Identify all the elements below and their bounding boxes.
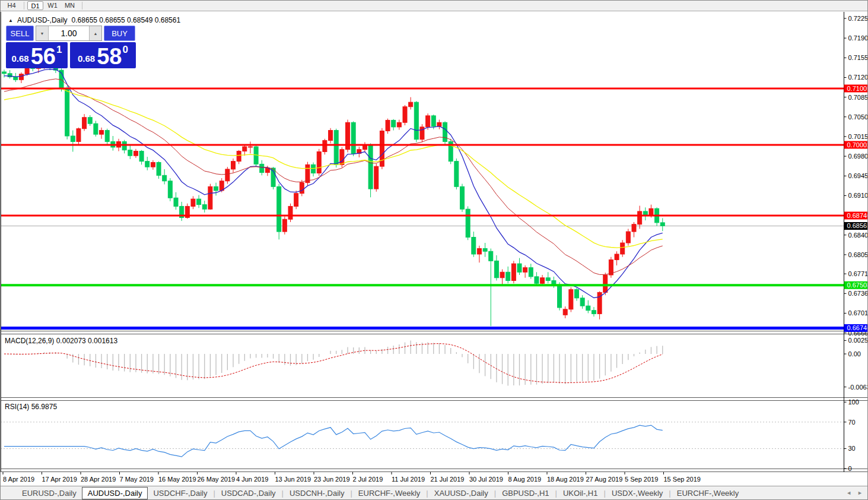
date-axis-label: 5 Sep 2019 bbox=[625, 476, 658, 483]
date-axis-label: 18 Aug 2019 bbox=[547, 476, 584, 483]
timeframe-button-d1[interactable]: D1 bbox=[27, 1, 43, 10]
axis-tick-label: -0.006326 bbox=[848, 384, 868, 391]
date-axis-label: 13 Jun 2019 bbox=[275, 476, 311, 483]
date-axis-label: 7 May 2019 bbox=[120, 476, 154, 483]
axis-tick-label: 0.70850 bbox=[848, 94, 868, 101]
buy-button[interactable]: BUY bbox=[104, 26, 135, 41]
axis-tick-label: 0.71200 bbox=[848, 74, 868, 81]
trading-platform-window: H4D1W1MN 0.722500.719000.715500.712000.7… bbox=[0, 0, 868, 500]
symbol-tab-usdx-weekly[interactable]: USDX-,Weekly bbox=[606, 488, 668, 499]
volume-input[interactable]: 1.00 bbox=[49, 26, 89, 40]
symbol-tab-xauusd-daily[interactable]: XAUUSD-,Daily bbox=[429, 488, 494, 499]
price-label-text: 0.68746 bbox=[847, 212, 868, 219]
symbol-tab-gbpusd-h1[interactable]: GBPUSD-,H1 bbox=[497, 488, 554, 499]
axis-tick-label: 0.67010 bbox=[848, 309, 868, 317]
timeframe-button-h4[interactable]: H4 bbox=[4, 1, 20, 10]
price-label-text: 0.66746 bbox=[847, 324, 868, 331]
macd-indicator-label: MACD(12,26,9) 0.002073 0.001613 bbox=[5, 337, 117, 345]
symbol-tab-eurchf-weekly[interactable]: EURCHF-,Weekly bbox=[672, 488, 745, 499]
axis-tick-label: 0.71900 bbox=[848, 34, 868, 42]
buy-price-display[interactable]: 0.68 58 0 bbox=[70, 42, 136, 68]
tab-scroll-right-icon[interactable]: ► bbox=[857, 490, 863, 496]
toolbar-separator bbox=[82, 2, 82, 10]
axis-tick-label: 0.70150 bbox=[848, 133, 868, 140]
axis-tick-label: 0.69450 bbox=[848, 172, 868, 179]
chart-symbol-header: ▲ AUDUSD-,Daily 0.68655 0.68655 0.68549 … bbox=[8, 16, 180, 24]
buy-price-big: 58 bbox=[97, 48, 122, 66]
volume-decrease-icon[interactable]: ▼ bbox=[36, 26, 49, 40]
axis-tick-label: 0.69100 bbox=[848, 192, 868, 199]
axis-tick-label: 100 bbox=[848, 398, 859, 406]
date-axis-label: 4 Jun 2019 bbox=[236, 476, 268, 483]
axis-tick-label: 0.67710 bbox=[848, 270, 868, 277]
tab-scroll-left-icon[interactable]: ◄ bbox=[846, 490, 851, 496]
price-label-text: 0.70002 bbox=[847, 141, 868, 148]
symbol-tab-eurusd-daily[interactable]: EURUSD-,Daily bbox=[17, 488, 82, 499]
axis-tick-label: 0.70500 bbox=[848, 113, 868, 121]
date-axis-label: 8 Aug 2019 bbox=[508, 476, 542, 483]
volume-spinner: ▼ 1.00 ▲ bbox=[36, 26, 102, 41]
toolbar-separator bbox=[24, 2, 24, 10]
price-label-text: 0.67508 bbox=[847, 281, 868, 289]
date-axis-label: 30 Jul 2019 bbox=[469, 476, 503, 483]
axis-tick-label: 0.69800 bbox=[848, 153, 868, 160]
axis-tick-label: 70 bbox=[848, 419, 856, 426]
axis-tick-label: 0.68050 bbox=[848, 251, 868, 258]
axis-tick-label: 0.72250 bbox=[848, 15, 868, 22]
date-axis-label: 17 Apr 2019 bbox=[42, 476, 77, 483]
symbol-tab-usdcnh-daily[interactable]: USDCNH-,Daily bbox=[284, 488, 349, 499]
collapse-panel-icon[interactable]: ▲ bbox=[8, 18, 13, 23]
axis-tick-label: 0.71550 bbox=[848, 54, 868, 61]
symbol-tab-usdchf-daily[interactable]: USDCHF-,Daily bbox=[148, 488, 212, 499]
sell-price-prefix: 0.68 bbox=[12, 53, 29, 64]
date-axis-label: 16 May 2019 bbox=[158, 476, 196, 483]
date-axis-label: 11 Jul 2019 bbox=[392, 476, 425, 483]
sell-price-pip: 1 bbox=[56, 44, 62, 56]
price-label-text: 0.68561 bbox=[847, 222, 868, 229]
buy-price-pip: 0 bbox=[123, 44, 128, 56]
volume-increase-icon[interactable]: ▲ bbox=[89, 26, 101, 40]
timeframe-button-w1[interactable]: W1 bbox=[44, 1, 61, 10]
axis-tick-label: 0.00 bbox=[848, 350, 861, 357]
date-axis-label: 28 Apr 2019 bbox=[81, 476, 116, 483]
symbol-tabbar: EURUSD-,DailyAUDUSD-,DailyUSDCHF-,Daily|… bbox=[1, 486, 868, 499]
symbol-tab-audusd-daily[interactable]: AUDUSD-,Daily bbox=[82, 487, 148, 499]
buy-price-prefix: 0.68 bbox=[78, 53, 95, 64]
axis-tick-label: 0.67360 bbox=[848, 290, 868, 297]
axis-tick-label: 30 bbox=[848, 445, 856, 452]
date-axis-label: 21 Jul 2019 bbox=[431, 476, 465, 483]
axis-tick-label: 0 bbox=[848, 465, 852, 472]
sell-price-big: 56 bbox=[31, 48, 56, 66]
chart-symbol-label: AUDUSD-,Daily bbox=[17, 16, 68, 24]
sell-button[interactable]: SELL bbox=[6, 26, 34, 41]
symbol-tab-usdcad-daily[interactable]: USDCAD-,Daily bbox=[216, 488, 281, 499]
date-axis-label: 8 Apr 2019 bbox=[3, 476, 34, 483]
date-axis-label: 23 Jun 2019 bbox=[314, 476, 350, 483]
timeframe-button-mn[interactable]: MN bbox=[62, 1, 78, 10]
date-axis-label: 27 Aug 2019 bbox=[586, 476, 623, 483]
symbol-tab-eurchf-weekly[interactable]: EURCHF-,Weekly bbox=[353, 488, 426, 499]
one-click-trade-panel: SELL ▼ 1.00 ▲ BUY 0.68 56 1 0.68 58 0 bbox=[6, 26, 136, 68]
timeframe-toolbar: H4D1W1MN bbox=[1, 1, 868, 11]
chart-canvas[interactable]: 0.722500.719000.715500.712000.708500.705… bbox=[1, 12, 868, 487]
symbol-tab-ukoil-h1[interactable]: UKOil-,H1 bbox=[558, 488, 603, 499]
date-axis-label: 26 May 2019 bbox=[198, 476, 236, 483]
sell-price-display[interactable]: 0.68 56 1 bbox=[6, 42, 68, 68]
chart-ohlc-values: 0.68655 0.68655 0.68549 0.68561 bbox=[72, 16, 181, 24]
price-label-text: 0.71005 bbox=[847, 85, 868, 92]
axis-tick-label: 0.68400 bbox=[848, 232, 868, 239]
date-axis-label: 2 Jul 2019 bbox=[353, 476, 383, 483]
rsi-indicator-label: RSI(14) 56.9875 bbox=[5, 403, 57, 411]
date-axis-label: 15 Sep 2019 bbox=[664, 476, 701, 483]
axis-tick-label: 0.002574 bbox=[848, 337, 868, 344]
